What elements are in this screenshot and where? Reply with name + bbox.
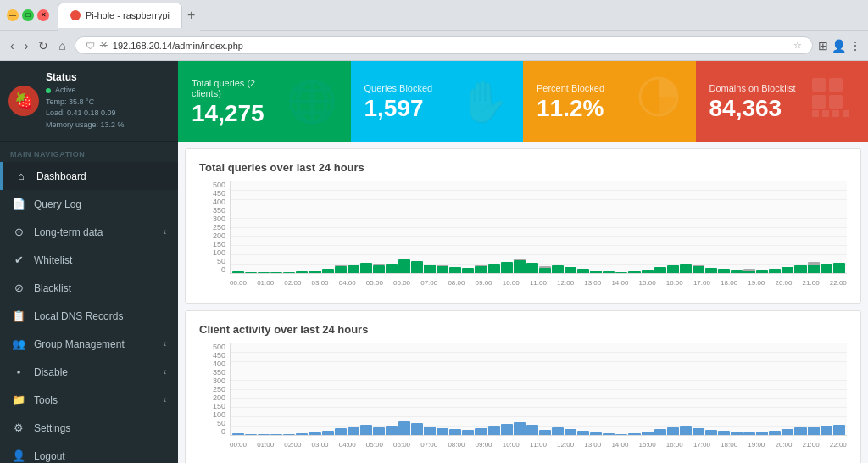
bar (296, 433, 308, 435)
x-label: 10:00 (503, 279, 520, 287)
bar (718, 431, 730, 435)
minimize-button[interactable]: — (7, 9, 19, 21)
bar (437, 266, 448, 273)
bar-group (756, 343, 768, 435)
bar (833, 425, 845, 435)
active-tab[interactable]: Pi-hole - raspberrypi (58, 3, 182, 28)
chart2-x-axis: 00:0001:0002:0003:0004:0005:0006:0007:00… (230, 436, 847, 453)
sidebar-item-group-management[interactable]: 👥 Group Management ‹ (0, 330, 178, 358)
home-button[interactable]: ⌂ (55, 37, 69, 54)
nav-icon: ▪ (12, 365, 25, 378)
bar (808, 265, 820, 273)
maximize-button[interactable]: □ (22, 9, 34, 21)
bar (539, 268, 551, 273)
extensions-icon[interactable]: ⊞ (818, 39, 828, 53)
x-label: 13:00 (584, 279, 601, 287)
x-label: 05:00 (366, 279, 383, 287)
bar (565, 429, 576, 435)
sidebar-item-query-log[interactable]: 📄 Query Log (0, 190, 178, 218)
bar (296, 271, 308, 273)
back-button[interactable]: ‹ (7, 37, 18, 54)
x-label: 13:00 (584, 441, 601, 449)
sidebar-item-settings[interactable]: ⚙ Settings (0, 414, 178, 442)
stat-value: 11.2% (537, 97, 604, 120)
bar (348, 427, 359, 435)
sidebar-item-dashboard[interactable]: ⌂ Dashboard (0, 162, 178, 190)
bar (628, 271, 640, 273)
sidebar-item-long-term-data[interactable]: ⊙ Long-term data ‹ (0, 218, 178, 246)
sidebar-item-logout[interactable]: 👤 Logout (0, 442, 178, 463)
bar-group (769, 343, 781, 435)
bar-group (462, 343, 474, 435)
bar (654, 429, 666, 435)
bar (398, 259, 410, 273)
brand-title: Status (46, 71, 125, 83)
x-label: 20:00 (775, 441, 792, 449)
bar (590, 432, 602, 435)
bar (808, 427, 820, 435)
nav-label: Blacklist (34, 282, 71, 294)
bar (283, 434, 295, 435)
bar-group (552, 343, 564, 435)
x-label: 02:00 (284, 279, 301, 287)
forward-button[interactable]: › (21, 37, 32, 54)
stat-card-content: Percent Blocked 11.2% (537, 83, 604, 120)
bar (449, 429, 461, 435)
status-temp: Temp: 35.8 °C (46, 97, 125, 109)
bar-group (309, 181, 320, 273)
bar (552, 427, 564, 435)
bar (680, 264, 692, 273)
sidebar-item-local-dns-records[interactable]: 📋 Local DNS Records (0, 302, 178, 330)
stat-value: 14,275 (192, 102, 287, 126)
bar (258, 272, 270, 273)
bar (743, 271, 755, 273)
bar (360, 425, 372, 435)
bar-group (821, 343, 832, 435)
profile-icon[interactable]: 👤 (832, 39, 846, 53)
sidebar-item-blacklist[interactable]: ⊘ Blacklist (0, 274, 178, 302)
reload-button[interactable]: ↻ (35, 37, 52, 54)
bar (232, 433, 244, 435)
y-label: 400 (213, 360, 225, 368)
y-label: 350 (213, 368, 225, 377)
chart2-title: Client activity over last 24 hours (199, 323, 847, 336)
bar (718, 269, 730, 273)
chart2-bars (231, 343, 847, 435)
close-button[interactable]: ✕ (37, 9, 49, 21)
bar (615, 434, 627, 435)
x-label: 02:00 (284, 441, 301, 449)
pie-chart-icon (635, 73, 682, 120)
sidebar-item-whitelist[interactable]: ✔ Whitelist (0, 246, 178, 274)
bar-group (424, 343, 436, 435)
x-label: 21:00 (803, 441, 820, 449)
svg-rect-3 (812, 95, 826, 109)
sidebar-item-disable[interactable]: ▪ Disable ‹ (0, 358, 178, 386)
chart1-section: Total queries over last 24 hours 5004504… (185, 148, 861, 304)
y-label: 0 (221, 265, 225, 274)
bar-group (296, 181, 308, 273)
bar (488, 264, 500, 273)
tab-bar: Pi-hole - raspberrypi + (58, 0, 200, 31)
bar (488, 426, 500, 435)
bar (245, 272, 257, 273)
chart2-section: Client activity over last 24 hours 50045… (185, 310, 861, 463)
bar-group (398, 343, 410, 435)
nav-label: Query Log (34, 198, 81, 210)
bookmark-star-icon[interactable]: ☆ (793, 40, 802, 51)
bar (348, 265, 359, 273)
y-label: 150 (213, 240, 225, 248)
sidebar-item-tools[interactable]: 📁 Tools ‹ (0, 386, 178, 414)
nav-icon: ⌂ (14, 170, 28, 182)
bar-group (539, 343, 551, 435)
menu-icon[interactable]: ⋮ (849, 39, 861, 53)
x-label: 09:00 (476, 279, 492, 287)
bar (462, 268, 474, 273)
bar (552, 265, 564, 273)
x-label: 11:00 (530, 441, 547, 449)
nav-icon: 📄 (12, 198, 25, 210)
y-label: 250 (213, 223, 225, 232)
new-tab-button[interactable]: + (182, 8, 200, 23)
bar-group (705, 343, 717, 435)
y-label: 150 (213, 402, 225, 410)
url-box[interactable]: 🛡 ✕ 192.168.20.14/admin/index.php ☆ (75, 36, 813, 54)
